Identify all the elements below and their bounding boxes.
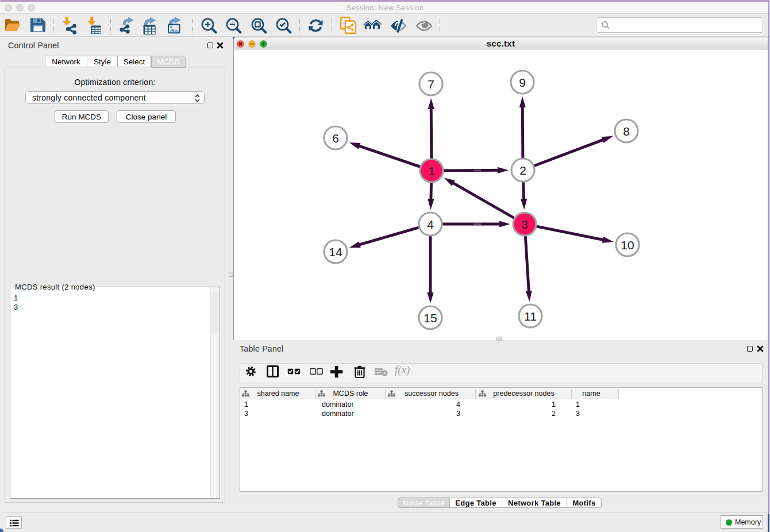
svg-text:9: 9 xyxy=(519,76,526,89)
svg-text:3: 3 xyxy=(521,218,528,231)
svg-text:6: 6 xyxy=(332,132,339,145)
svg-text:4: 4 xyxy=(427,218,434,231)
svg-text:14: 14 xyxy=(329,245,342,259)
svg-text:8: 8 xyxy=(623,125,630,138)
svg-text:7: 7 xyxy=(428,78,434,91)
svg-text:15: 15 xyxy=(424,311,437,325)
svg-text:11: 11 xyxy=(524,310,537,323)
svg-text:2: 2 xyxy=(519,164,526,177)
svg-text:10: 10 xyxy=(621,238,634,252)
svg-text:1: 1 xyxy=(428,164,435,178)
